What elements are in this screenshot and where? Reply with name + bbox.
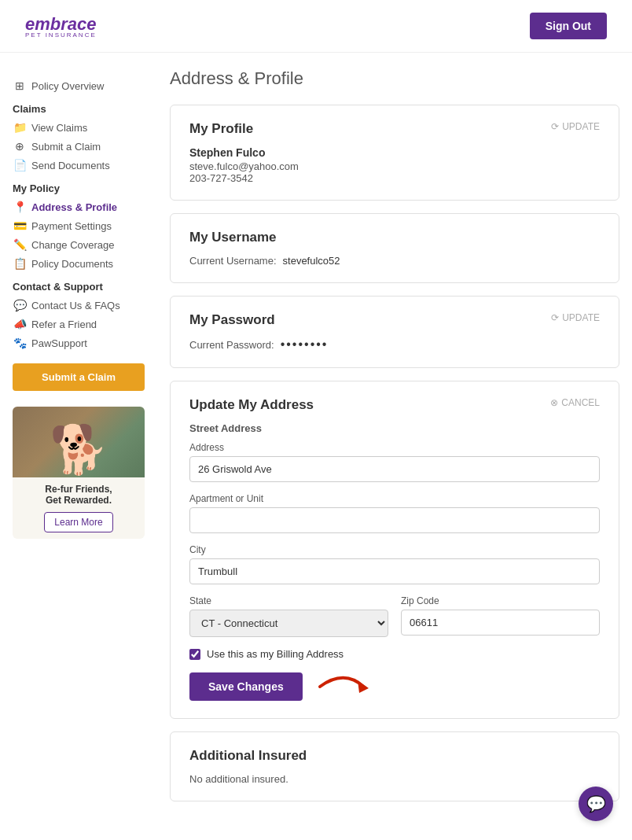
city-label: City [189, 544, 600, 555]
my-password-card: My Password ⟳ UPDATE Current Password: •… [170, 296, 619, 368]
password-row: Current Password: •••••••• [189, 337, 600, 352]
file-icon: 📋 [13, 257, 27, 270]
profile-name: Stephen Fulco [189, 146, 600, 159]
logo-sub: PET INSURANCE [25, 31, 97, 39]
dog-image: 🐕 [50, 422, 108, 477]
city-input[interactable] [189, 558, 600, 584]
update-address-card-header: Update My Address ⊗ CANCEL [189, 397, 600, 413]
sidebar-section-contact: Contact & Support [13, 281, 145, 293]
my-profile-card-header: My Profile ⟳ UPDATE [189, 121, 600, 137]
location-icon: 📍 [13, 201, 27, 213]
update-address-card: Update My Address ⊗ CANCEL Street Addres… [170, 381, 619, 719]
state-label: State [189, 595, 388, 606]
sidebar-label-submit-claim: Submit a Claim [31, 141, 101, 153]
my-password-update-link[interactable]: ⟳ UPDATE [551, 312, 600, 323]
sign-out-button[interactable]: Sign Out [530, 13, 607, 39]
save-changes-button[interactable]: Save Changes [189, 672, 303, 701]
city-form-group: City [189, 544, 600, 584]
document-icon: 📄 [13, 159, 27, 171]
sidebar-item-paw-support[interactable]: 🐾 PawSupport [13, 333, 145, 352]
username-value: stevefulco52 [283, 255, 340, 267]
sidebar-item-view-claims[interactable]: 📁 View Claims [13, 118, 145, 137]
my-username-card: My Username Current Username: stevefulco… [170, 213, 619, 283]
sidebar-item-policy-overview[interactable]: ⊞ Policy Overview [13, 76, 145, 95]
sidebar-item-submit-claim[interactable]: ⊕ Submit a Claim [13, 137, 145, 156]
pet-promo-card: 🐕 Re-fur Friends, Get Rewarded. Learn Mo… [13, 407, 145, 539]
header: embrace PET INSURANCE Sign Out [0, 0, 632, 53]
password-dots: •••••••• [281, 337, 329, 352]
my-password-card-header: My Password ⟳ UPDATE [189, 312, 600, 328]
sidebar-item-refer-friend[interactable]: 📣 Refer a Friend [13, 315, 145, 333]
chat-bubble-button[interactable]: 💬 [579, 787, 613, 821]
sidebar-label-change-coverage: Change Coverage [31, 239, 115, 251]
sidebar: ⊞ Policy Overview Claims 📁 View Claims ⊕… [0, 68, 157, 814]
additional-insured-card: Additional Insured No additional insured… [170, 731, 619, 801]
update-address-title: Update My Address [189, 397, 314, 413]
sidebar-item-contact-us[interactable]: 💬 Contact Us & FAQs [13, 296, 145, 315]
megaphone-icon: 📣 [13, 318, 27, 330]
address-input[interactable] [189, 456, 600, 482]
profile-phone: 203-727-3542 [189, 172, 600, 184]
my-profile-card: My Profile ⟳ UPDATE Stephen Fulco steve.… [170, 105, 619, 201]
update-address-cancel-link[interactable]: ⊗ CANCEL [550, 397, 600, 408]
cancel-label: CANCEL [561, 397, 600, 408]
state-select[interactable]: CT - Connecticut AL - Alabama AK - Alask… [189, 610, 388, 637]
my-profile-update-label: UPDATE [562, 121, 600, 132]
no-insured-text: No additional insured. [189, 773, 600, 785]
learn-more-button[interactable]: Learn More [44, 512, 112, 532]
sidebar-section-my-policy: My Policy [13, 182, 145, 194]
grid-icon: ⊞ [13, 79, 27, 92]
password-label: Current Password: [189, 339, 274, 351]
paw-icon: 🐾 [13, 337, 27, 349]
additional-insured-header: Additional Insured [189, 748, 600, 764]
sidebar-label-contact-us: Contact Us & FAQs [31, 300, 120, 311]
credit-card-icon: 💳 [13, 219, 27, 232]
sidebar-section-claims: Claims [13, 103, 145, 115]
my-username-card-header: My Username [189, 230, 600, 245]
zip-input[interactable] [401, 610, 600, 636]
chat-icon: 💬 [13, 299, 27, 311]
username-row: Current Username: stevefulco52 [189, 255, 600, 267]
plus-circle-icon: ⊕ [13, 140, 27, 153]
billing-checkbox-row: Use this as my Billing Address [189, 648, 600, 660]
arrow-indicator [312, 671, 383, 702]
chat-bubble-icon: 💬 [586, 794, 606, 813]
folder-icon: 📁 [13, 121, 27, 134]
apt-input[interactable] [189, 507, 600, 533]
billing-checkbox-label[interactable]: Use this as my Billing Address [207, 648, 344, 660]
logo: embrace PET INSURANCE [25, 14, 97, 39]
sidebar-item-payment-settings[interactable]: 💳 Payment Settings [13, 216, 145, 235]
address-form-group: Address [189, 442, 600, 482]
state-form-group: State CT - Connecticut AL - Alabama AK -… [189, 595, 388, 637]
sidebar-label-paw-support: PawSupport [31, 337, 87, 349]
refresh-icon: ⟳ [551, 121, 559, 132]
pet-card-line1: Re-fur Friends, [19, 484, 138, 495]
my-profile-update-link[interactable]: ⟳ UPDATE [551, 121, 600, 132]
billing-checkbox[interactable] [189, 649, 200, 660]
additional-insured-title: Additional Insured [189, 748, 307, 764]
sidebar-item-address-profile[interactable]: 📍 Address & Profile [13, 197, 145, 216]
zip-form-group: Zip Code [401, 595, 600, 637]
sidebar-label-view-claims: View Claims [31, 122, 87, 134]
my-password-title: My Password [189, 312, 275, 328]
page-title: Address & Profile [170, 68, 619, 89]
main-content: Address & Profile My Profile ⟳ UPDATE St… [157, 68, 632, 814]
edit-icon: ✏️ [13, 238, 27, 251]
street-address-section-title: Street Address [189, 422, 600, 434]
pet-card-text: Re-fur Friends, Get Rewarded. [13, 477, 145, 512]
cancel-x-icon: ⊗ [550, 397, 558, 408]
my-profile-title: My Profile [189, 121, 253, 137]
sidebar-label-refer-friend: Refer a Friend [31, 319, 97, 330]
refresh-icon-pw: ⟳ [551, 312, 559, 323]
sidebar-item-change-coverage[interactable]: ✏️ Change Coverage [13, 235, 145, 254]
pet-image: 🐕 [13, 407, 145, 477]
my-password-update-label: UPDATE [562, 312, 600, 323]
sidebar-item-policy-documents[interactable]: 📋 Policy Documents [13, 254, 145, 273]
sidebar-label-address-profile: Address & Profile [31, 201, 117, 213]
address-label: Address [189, 442, 600, 453]
username-label: Current Username: [189, 255, 277, 267]
logo-text: embrace [25, 14, 97, 34]
sidebar-item-send-documents[interactable]: 📄 Send Documents [13, 156, 145, 175]
submit-claim-sidebar-button[interactable]: Submit a Claim [13, 363, 145, 391]
sidebar-label-policy-overview: Policy Overview [31, 80, 104, 92]
